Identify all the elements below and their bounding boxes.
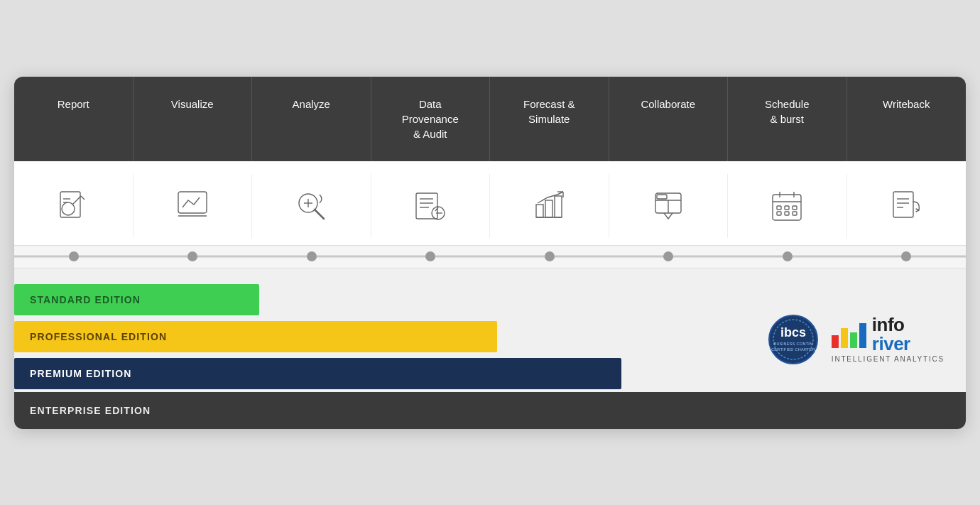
edition-standard-row: STANDARD EDITION xyxy=(14,281,966,318)
icon-forecast xyxy=(490,174,609,238)
timeline-dot-6 xyxy=(663,251,673,261)
icon-visualize xyxy=(134,174,253,238)
timeline-dot-7 xyxy=(783,251,793,261)
icon-row xyxy=(14,161,966,246)
header-writeback: Writeback xyxy=(847,77,967,161)
svg-rect-36 xyxy=(777,212,781,215)
svg-line-2 xyxy=(72,196,81,205)
logo-area: ibcs BUSINESS CONTIN CERTIFIED CHARTER i… xyxy=(768,314,944,365)
bar-blue xyxy=(859,323,866,348)
header-collaborate: Collaborate xyxy=(609,77,729,161)
timeline-dot-1 xyxy=(69,251,79,261)
timeline-dot-2 xyxy=(187,251,197,261)
inforiver-logo: info river INTELLIGENT ANALYTICS xyxy=(832,315,944,364)
editions-section: STANDARD EDITION PROFESSIONAL EDITION PR… xyxy=(14,268,966,429)
svg-rect-6 xyxy=(178,192,207,213)
inforiver-bar-icon xyxy=(832,321,866,348)
icon-schedule xyxy=(728,174,847,238)
svg-text:CERTIFIED CHARTER: CERTIFIED CHARTER xyxy=(771,347,815,352)
svg-rect-20 xyxy=(545,200,552,217)
enterprise-edition-bar: ENTERPRISE EDITION xyxy=(14,395,966,426)
main-card: Report Visualize Analyze DataProvenance&… xyxy=(14,77,966,429)
svg-point-43 xyxy=(769,315,817,364)
header-schedule: Schedule& burst xyxy=(728,77,847,161)
header-report: Report xyxy=(14,77,134,161)
svg-rect-39 xyxy=(893,192,913,217)
inforiver-name-river: river xyxy=(872,335,910,354)
svg-rect-19 xyxy=(536,205,543,217)
svg-line-9 xyxy=(315,210,324,219)
svg-text:BUSINESS CONTIN: BUSINESS CONTIN xyxy=(773,342,812,346)
timeline-dot-4 xyxy=(425,251,435,261)
header-forecast: Forecast &Simulate xyxy=(490,77,609,161)
svg-rect-35 xyxy=(793,206,797,210)
inforiver-top: info river xyxy=(832,315,910,354)
professional-edition-bar: PROFESSIONAL EDITION xyxy=(14,321,497,352)
inforiver-subtitle: INTELLIGENT ANALYTICS xyxy=(832,355,944,363)
icon-analyze xyxy=(252,174,371,238)
header-data-provenance: DataProvenance& Audit xyxy=(371,77,491,161)
header-row: Report Visualize Analyze DataProvenance&… xyxy=(14,77,966,161)
premium-edition-bar: PREMIUM EDITION xyxy=(14,358,621,389)
icon-collaborate xyxy=(609,174,729,238)
header-analyze: Analyze xyxy=(252,77,371,161)
bar-red xyxy=(832,335,839,348)
svg-rect-28 xyxy=(657,195,667,199)
icon-writeback xyxy=(847,174,967,238)
timeline-dot-3 xyxy=(307,251,317,261)
svg-rect-38 xyxy=(793,212,797,215)
timeline-dot-8 xyxy=(901,251,911,261)
header-visualize: Visualize xyxy=(134,77,253,161)
ibcs-badge: ibcs BUSINESS CONTIN CERTIFIED CHARTER xyxy=(768,314,819,365)
inforiver-text-block: info river xyxy=(872,315,910,354)
icon-report xyxy=(14,174,134,238)
timeline-row xyxy=(14,246,966,268)
standard-edition-bar: STANDARD EDITION xyxy=(14,284,259,315)
svg-text:ibcs: ibcs xyxy=(780,325,806,340)
svg-rect-21 xyxy=(555,196,562,217)
bar-yellow xyxy=(841,328,848,348)
inforiver-name-info: info xyxy=(872,315,910,335)
bar-green xyxy=(850,332,857,348)
svg-rect-33 xyxy=(777,206,781,210)
timeline-dot-5 xyxy=(545,251,555,261)
timeline-dots xyxy=(14,246,966,268)
svg-line-3 xyxy=(81,196,85,200)
icon-data-provenance xyxy=(371,174,491,238)
edition-enterprise-row: ENTERPRISE EDITION xyxy=(14,392,966,429)
svg-rect-12 xyxy=(416,193,437,219)
svg-rect-34 xyxy=(785,206,789,210)
svg-rect-37 xyxy=(785,212,789,215)
